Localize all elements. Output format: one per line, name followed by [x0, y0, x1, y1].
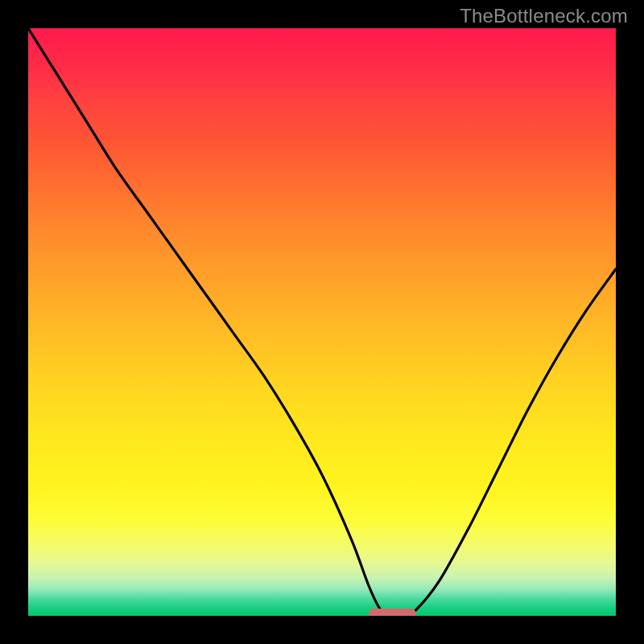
bottleneck-curve: [28, 28, 616, 616]
chart-frame: TheBottleneck.com: [0, 0, 644, 644]
watermark-text: TheBottleneck.com: [460, 5, 628, 27]
optimal-range-marker: [369, 609, 415, 616]
plot-area: [28, 28, 616, 616]
curve-path: [28, 28, 616, 616]
